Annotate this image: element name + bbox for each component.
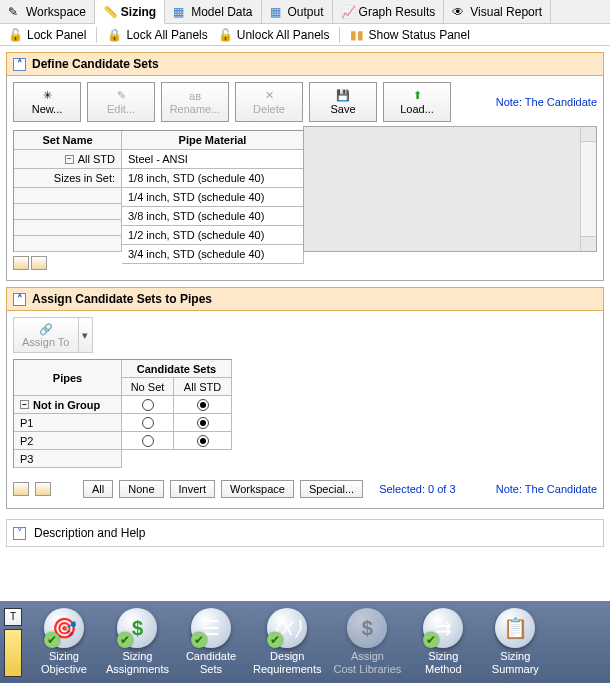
nav-toggle-icon[interactable]: T [4, 608, 22, 626]
grid-fill [303, 126, 597, 252]
main-tabstrip: ✎Workspace 📏Sizing ▦Model Data ▦Output 📈… [0, 0, 610, 24]
nav-assign-cost-libraries[interactable]: $ AssignCost Libraries [327, 606, 407, 678]
row-pipe[interactable]: P3 [14, 450, 122, 468]
row-pipe[interactable]: P1 [14, 414, 122, 432]
edit-button[interactable]: ✎Edit... [87, 82, 155, 122]
label: Sizing [428, 650, 458, 663]
label: New... [32, 103, 63, 115]
collapse-all-icon[interactable] [31, 256, 47, 270]
load-button[interactable]: ⬆Load... [383, 82, 451, 122]
row-pipe[interactable]: P2 [14, 432, 122, 450]
nav-sizing-assignments[interactable]: $✔ SizingAssignments [100, 606, 175, 678]
tab-workspace[interactable]: ✎Workspace [0, 0, 95, 23]
rename-icon: aв [189, 90, 201, 102]
note-link[interactable]: Note: The Candidate [496, 96, 597, 108]
label: Sizing [500, 650, 530, 663]
subcol-all-std: All STD [174, 378, 232, 396]
label: Design [270, 650, 304, 663]
radio-all-std[interactable] [174, 432, 232, 450]
lock-all-button[interactable]: 🔒Lock All Panels [107, 28, 207, 42]
expand-icon[interactable]: ˅ [13, 527, 26, 540]
expand-all-icon[interactable] [13, 256, 29, 270]
check-icon: ✔ [44, 632, 60, 648]
row-group[interactable]: −Not in Group [14, 396, 122, 414]
tab-output[interactable]: ▦Output [262, 0, 333, 23]
save-button[interactable]: 💾Save [309, 82, 377, 122]
dollar-icon: $ [347, 608, 387, 648]
vertical-scrollbar[interactable] [580, 127, 596, 251]
radio-all-std[interactable] [174, 414, 232, 432]
label: Candidate [186, 650, 236, 663]
workspace-icon: ✎ [8, 5, 22, 19]
list-icon: ☰✔ [191, 608, 231, 648]
chart-icon: 📈 [341, 5, 355, 19]
label: Save [330, 103, 355, 115]
tab-label: Graph Results [359, 5, 436, 19]
desc-help-label: Description and Help [34, 526, 145, 540]
delete-button[interactable]: ✕Delete [235, 82, 303, 122]
check-icon: ✔ [423, 632, 439, 648]
row-all-std[interactable]: −All STD [14, 150, 122, 169]
dropdown-icon[interactable]: ▾ [78, 318, 92, 352]
tab-visual-report[interactable]: 👁Visual Report [444, 0, 551, 23]
select-all-button[interactable]: All [83, 480, 113, 498]
cell-size[interactable]: 1/8 inch, STD (schedule 40) [122, 169, 304, 188]
row-empty [14, 236, 122, 252]
tree-collapse-icon[interactable]: − [65, 155, 74, 164]
radio-all-std[interactable] [174, 396, 232, 414]
cell-size[interactable]: 3/4 inch, STD (schedule 40) [122, 245, 304, 264]
tree-collapse-icon[interactable]: − [20, 400, 29, 409]
nav-candidate-sets[interactable]: ☰✔ CandidateSets [175, 606, 247, 678]
cell-material[interactable]: Steel - ANSI [122, 150, 304, 169]
label: Requirements [253, 663, 321, 676]
nav-sizing-method[interactable]: ⇉✔ SizingMethod [407, 606, 479, 678]
unlock-all-button[interactable]: 🔓Unlock All Panels [218, 28, 330, 42]
lock-icon: 🔒 [107, 28, 122, 42]
pipes-grid[interactable]: Pipes −Not in Group P1 P2 P3 Candidate S… [13, 359, 232, 468]
special-button[interactable]: Special... [300, 480, 363, 498]
tab-sizing[interactable]: 📏Sizing [95, 0, 165, 24]
col-pipe-material: Pipe Material [122, 131, 304, 150]
new-button[interactable]: ✳New... [13, 82, 81, 122]
label: Assign To [22, 336, 70, 348]
cell-size[interactable]: 3/8 inch, STD (schedule 40) [122, 207, 304, 226]
nav-sizing-objective[interactable]: 🎯✔ SizingObjective [28, 606, 100, 678]
collapse-all-icon[interactable] [35, 482, 51, 496]
rename-button[interactable]: aвRename... [161, 82, 229, 122]
cell-size[interactable]: 1/4 inch, STD (schedule 40) [122, 188, 304, 207]
candidate-grid[interactable]: Set Name −All STD Sizes in Set: Pipe Mat… [13, 130, 304, 252]
select-none-button[interactable]: None [119, 480, 163, 498]
tab-label: Model Data [191, 5, 252, 19]
label: Lock Panel [27, 28, 86, 42]
invert-button[interactable]: Invert [170, 480, 216, 498]
tab-graph-results[interactable]: 📈Graph Results [333, 0, 445, 23]
row-empty [14, 220, 122, 236]
note-link[interactable]: Note: The Candidate [496, 483, 597, 495]
show-status-button[interactable]: ▮▮Show Status Panel [350, 28, 469, 42]
edit-icon: ✎ [117, 89, 126, 102]
define-header: ˄ Define Candidate Sets [6, 52, 604, 76]
label: Method [425, 663, 462, 676]
collapse-icon[interactable]: ˄ [13, 293, 26, 306]
col-pipes: Pipes [14, 360, 122, 396]
radio-no-set[interactable] [122, 414, 174, 432]
nav-ruler-icon[interactable] [4, 629, 22, 677]
workspace-button[interactable]: Workspace [221, 480, 294, 498]
variable-icon: ⟨X⟩✔ [267, 608, 307, 648]
collapse-icon[interactable]: ˄ [13, 58, 26, 71]
nav-sizing-summary[interactable]: 📋 SizingSummary [479, 606, 551, 678]
nav-design-requirements[interactable]: ⟨X⟩✔ DesignRequirements [247, 606, 327, 678]
selected-count: Selected: 0 of 3 [379, 483, 455, 495]
assign-header: ˄ Assign Candidate Sets to Pipes [6, 287, 604, 311]
tab-label: Output [288, 5, 324, 19]
assign-to-button[interactable]: 🔗 Assign To ▾ [13, 317, 93, 353]
tab-model-data[interactable]: ▦Model Data [165, 0, 261, 23]
label: Sizing [123, 650, 153, 663]
cell-size[interactable]: 1/2 inch, STD (schedule 40) [122, 226, 304, 245]
lock-panel-button[interactable]: 🔓Lock Panel [8, 28, 86, 42]
radio-no-set[interactable] [122, 396, 174, 414]
radio-no-set[interactable] [122, 432, 174, 450]
load-icon: ⬆ [413, 89, 422, 102]
tab-label: Visual Report [470, 5, 542, 19]
expand-all-icon[interactable] [13, 482, 29, 496]
